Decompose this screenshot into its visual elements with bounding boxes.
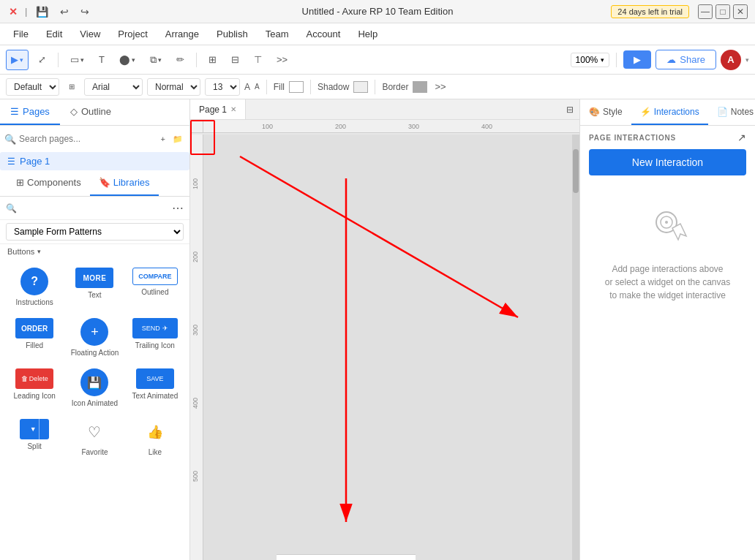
avatar[interactable]: A [721, 50, 741, 70]
menu-account[interactable]: Account [298, 26, 348, 42]
undo-button[interactable]: ↩ [57, 4, 72, 19]
library-select[interactable]: Sample Form Patterns [6, 223, 184, 241]
page-interactions-label: PAGE INTERACTIONS [589, 134, 676, 142]
comp-trailing-icon[interactable]: SEND ✈ Trailing Icon [127, 314, 184, 361]
lib-search-input[interactable] [20, 203, 169, 213]
delete-text: Delete [29, 375, 48, 382]
tab-libraries[interactable]: 🔖 Libraries [90, 170, 159, 196]
interactions-label: Interactions [654, 107, 699, 117]
pages-search[interactable] [19, 134, 156, 144]
pages-outline-tabs: ☰ Pages ◇ Outline [0, 99, 189, 126]
tab-outline[interactable]: ◇ Outline [60, 99, 121, 125]
pages-toolbar: 🔍 + 📁 [0, 126, 189, 152]
canvas-workspace[interactable] [203, 135, 572, 560]
zoom-control[interactable]: 100% ▾ [571, 53, 610, 67]
tab-interactions[interactable]: ⚡ Interactions [631, 99, 708, 125]
interactions-icon: ⚡ [640, 107, 651, 117]
share-button[interactable]: ☁ Share [656, 50, 716, 69]
comp-like[interactable]: 👍 Like [127, 415, 184, 461]
svg-line-1 [240, 156, 518, 317]
style-icon[interactable]: ⊞ [64, 77, 80, 97]
tab-pages[interactable]: ☰ Pages [0, 99, 60, 125]
outline-label: Outline [81, 106, 111, 117]
format-sep-1 [266, 80, 267, 94]
new-interaction-button[interactable]: New Interaction [589, 149, 746, 175]
comp-compare[interactable]: COMPARE Outlined [127, 263, 184, 311]
size-select[interactable]: 13 [205, 78, 240, 96]
font-select[interactable]: Arial [84, 78, 143, 96]
weight-select[interactable]: Normal [147, 78, 200, 96]
menu-arrange[interactable]: Arrange [158, 26, 206, 42]
comp-split[interactable]: ▼ Split [6, 415, 63, 461]
menu-team[interactable]: Team [258, 26, 296, 42]
canvas-expand-icon[interactable]: ⊟ [560, 105, 579, 115]
circle-icon: ⬤ [119, 54, 130, 65]
ruler-v-100: 100 [192, 178, 199, 189]
ruler-mark-100: 100 [262, 123, 273, 130]
save-button[interactable]: 💾 [33, 4, 51, 19]
tab-notes[interactable]: 📄 Notes [708, 99, 755, 125]
external-link-icon[interactable]: ↗ [737, 132, 746, 143]
border-swatch[interactable] [413, 81, 427, 93]
style-select[interactable]: Default [6, 78, 59, 96]
text-tool[interactable]: T [94, 50, 110, 70]
pen-tool[interactable]: ✏ [171, 50, 189, 70]
vertical-scrollbar[interactable] [572, 135, 579, 560]
buttons-label: Buttons [7, 247, 34, 256]
connection-tool[interactable]: ⤢ [33, 50, 51, 70]
leading-icon-preview: 🗑 Delete [15, 368, 53, 389]
redo-button[interactable]: ↪ [78, 4, 92, 19]
trial-badge: 24 days left in trial [611, 5, 689, 18]
menu-view[interactable]: View [72, 26, 108, 42]
fill-swatch[interactable] [289, 81, 304, 93]
lib-search: 🔍 ⋯ [0, 197, 189, 220]
add-page-button[interactable]: + [159, 129, 168, 149]
shape-tool[interactable]: ▭ ▾ [65, 50, 89, 70]
shadow-label: Shadow [318, 82, 349, 92]
minimize-button[interactable]: — [698, 4, 713, 19]
comp-filled[interactable]: ORDER Filled [6, 314, 63, 361]
scrollbar-thumb[interactable] [573, 149, 579, 193]
tab-components[interactable]: ⊞ Components [7, 170, 90, 196]
more-tools[interactable]: >> [271, 50, 293, 70]
canvas-area: Page 1 ✕ ⊟ 100 200 300 400 100 [190, 99, 579, 560]
comp-favorite[interactable]: ♡ Favorite [66, 415, 123, 461]
shadow-swatch[interactable] [353, 81, 368, 93]
right-panel-tabs: 🎨 Style ⚡ Interactions 📄 Notes [580, 99, 755, 126]
lib-search-icon: 🔍 [6, 203, 17, 213]
add-folder-button[interactable]: 📁 [170, 129, 185, 149]
search-icon: 🔍 [4, 134, 16, 145]
lib-more-button[interactable]: ⋯ [172, 201, 184, 215]
page-item-page1[interactable]: ☰ Page 1 [0, 152, 189, 170]
comp-text-animated[interactable]: SAVE Text Animated [127, 364, 184, 412]
maximize-button[interactable]: □ [715, 4, 730, 19]
align-tool[interactable]: ⊟ [226, 50, 244, 70]
tab-style[interactable]: 🎨 Style [580, 99, 631, 125]
distribute-tool[interactable]: ⊤ [249, 50, 267, 70]
close-button[interactable]: ✕ [733, 4, 748, 19]
page-interactions-header: PAGE INTERACTIONS ↗ [580, 126, 755, 149]
comp-more-text[interactable]: MORE Text [66, 263, 123, 311]
canvas-tab-page1[interactable]: Page 1 ✕ [190, 99, 246, 119]
menu-edit[interactable]: Edit [39, 26, 70, 42]
compare-preview: COMPARE [132, 268, 178, 285]
tab-close-icon[interactable]: ✕ [230, 105, 236, 113]
select-tool[interactable]: ▶ ▾ [6, 50, 29, 70]
rectangle-icon: ▭ [70, 54, 79, 65]
menu-publish[interactable]: Publish [209, 26, 255, 42]
more-format[interactable]: >> [435, 81, 446, 92]
comp-icon-animated[interactable]: 💾 Icon Animated [66, 364, 123, 412]
fit-tool[interactable]: ⊞ [203, 50, 222, 70]
group-tool[interactable]: ⧉ ▾ [145, 50, 167, 70]
menu-project[interactable]: Project [110, 26, 154, 42]
send-icon: ✈ [162, 325, 168, 332]
play-button[interactable]: ▶ [623, 50, 651, 69]
menu-file[interactable]: File [6, 26, 36, 42]
comp-leading-icon[interactable]: 🗑 Delete Leading Icon [6, 364, 63, 412]
comp-instructions[interactable]: ? Instructions [6, 263, 63, 311]
ruler-corner[interactable] [190, 120, 203, 133]
avatar-dropdown[interactable]: ▾ [745, 56, 749, 64]
ellipse-tool[interactable]: ⬤ ▾ [114, 50, 140, 70]
menu-help[interactable]: Help [350, 26, 385, 42]
comp-floating-action[interactable]: + Floating Action [66, 314, 123, 361]
